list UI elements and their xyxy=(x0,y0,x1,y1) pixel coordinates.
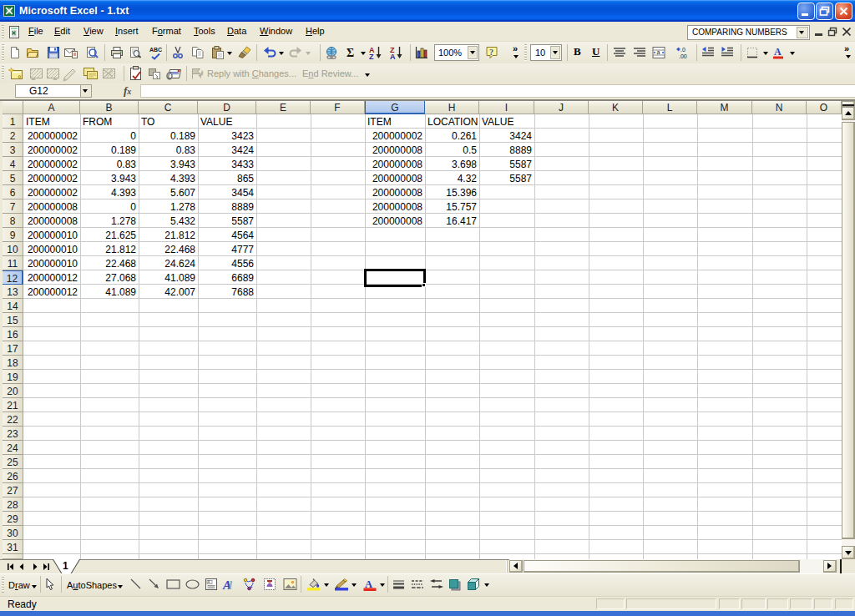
svg-text:A: A xyxy=(208,580,210,584)
svg-text:l: l xyxy=(229,578,233,592)
svg-text:ABC: ABC xyxy=(149,47,162,53)
svg-text:A: A xyxy=(774,46,782,58)
svg-text:A: A xyxy=(390,53,396,61)
svg-text:Σ: Σ xyxy=(347,47,354,59)
svg-text:.0: .0 xyxy=(680,47,686,53)
svg-text:Z: Z xyxy=(369,53,374,61)
svg-text:?: ? xyxy=(489,48,493,57)
svg-text:a: a xyxy=(657,49,660,55)
svg-text:A: A xyxy=(365,578,372,590)
svg-text:.00: .00 xyxy=(679,53,687,59)
